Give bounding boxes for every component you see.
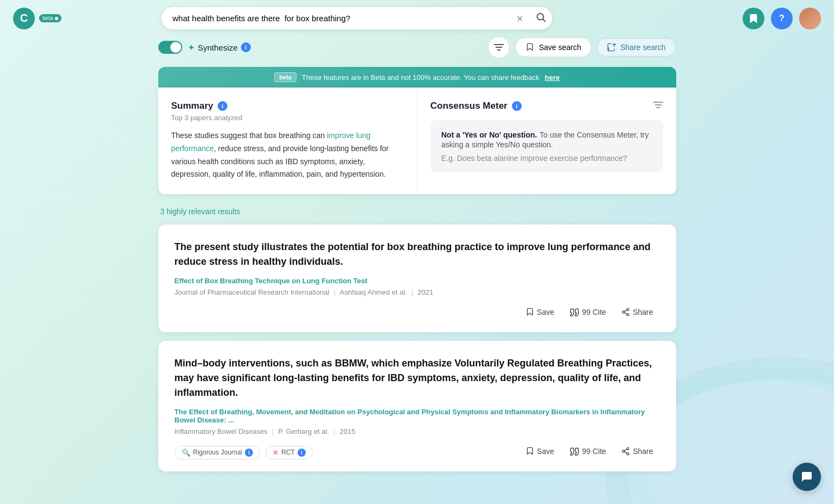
- summary-info-icon[interactable]: i: [218, 101, 227, 111]
- beta-dot-icon: [55, 17, 58, 20]
- share-icon-1: [621, 308, 630, 316]
- logo-icon: C: [13, 8, 35, 29]
- cite-button-1[interactable]: 99 Cite: [563, 304, 613, 320]
- cite-icon-2: [570, 447, 579, 456]
- svg-point-11: [627, 309, 629, 311]
- cite-icon-1: [570, 308, 579, 316]
- result-title-2: Mind–body interventions, such as BBMW, w…: [175, 356, 660, 400]
- save-button-1[interactable]: Save: [519, 304, 561, 320]
- result-paper-name-2[interactable]: The Effect of Breathing, Movement, and M…: [175, 408, 660, 424]
- consensus-example: E.g. Does beta alanine improve exercise …: [441, 154, 652, 163]
- consensus-panel: Consensus Meter i Not a 'Yes or No' ques…: [417, 88, 676, 194]
- filter-button[interactable]: [488, 36, 510, 58]
- svg-point-17: [622, 450, 625, 452]
- toolbar-row: ✦ Synthesize i Save search: [158, 36, 676, 58]
- save-button-2[interactable]: Save: [519, 443, 561, 459]
- banner-text: These features are in Beta and not 100% …: [302, 73, 540, 82]
- header-right: ?: [743, 8, 821, 29]
- synthesize-label: ✦ Synthesize i: [188, 42, 251, 53]
- logo-area: C beta: [13, 8, 61, 29]
- svg-point-18: [627, 453, 629, 455]
- share-button-2[interactable]: Share: [615, 444, 659, 459]
- search-clear-button[interactable]: ✕: [514, 11, 526, 26]
- search-submit-button[interactable]: [535, 11, 546, 25]
- not-yes-no-title: Not a 'Yes or No' question.: [441, 130, 537, 139]
- share-search-button[interactable]: Share search: [597, 38, 676, 57]
- chat-bubble-button[interactable]: [793, 463, 821, 491]
- result-card: The present study illustrates the potent…: [158, 225, 676, 332]
- result-meta-1: Journal of Pharmaceutical Research Inter…: [175, 288, 660, 296]
- avatar[interactable]: [799, 8, 821, 29]
- result-card-2: Mind–body interventions, such as BBMW, w…: [158, 341, 676, 471]
- result-badges-2: 🔍 Rigorous Journal i ✕ RCT i: [175, 446, 313, 459]
- result-authors-2: P. Gerbarg et al.: [278, 427, 329, 435]
- banner-link[interactable]: here: [545, 73, 559, 82]
- summary-title: Summary i: [171, 101, 404, 111]
- beta-badge: beta: [39, 14, 61, 22]
- synthesis-section: beta These features are in Beta and not …: [158, 67, 676, 194]
- consensus-info-icon[interactable]: i: [512, 101, 522, 111]
- card-bottom-row-2: 🔍 Rigorous Journal i ✕ RCT i Save: [175, 443, 660, 459]
- help-button[interactable]: ?: [771, 8, 793, 29]
- summary-text: These studies suggest that box breathing…: [171, 129, 404, 181]
- search-input[interactable]: [161, 7, 553, 30]
- svg-line-20: [625, 450, 627, 451]
- svg-point-16: [627, 448, 629, 450]
- result-year-1: 2021: [418, 288, 434, 296]
- summary-subtitle: Top 3 papers analyzed: [171, 114, 404, 122]
- summary-panel: Summary i Top 3 papers analyzed These st…: [158, 88, 418, 194]
- main-content: ✦ Synthesize i Save search: [145, 36, 689, 471]
- header: C beta ✕ ?: [0, 0, 834, 36]
- cite-button-2[interactable]: 99 Cite: [563, 444, 613, 459]
- consensus-title: Consensus Meter i: [430, 101, 663, 111]
- rigorous-journal-icon: 🔍: [182, 449, 190, 457]
- save-icon-2: [526, 446, 534, 456]
- result-year-2: 2015: [339, 427, 355, 435]
- svg-line-15: [625, 310, 627, 312]
- toggle-knob: [170, 42, 181, 53]
- synthesis-card: Summary i Top 3 papers analyzed These st…: [158, 88, 676, 194]
- synthesize-area: ✦ Synthesize i: [158, 41, 251, 54]
- results-count: 3 highly relevant results: [158, 207, 676, 216]
- toolbar-buttons: Save search Share search: [488, 36, 676, 58]
- result-journal-1: Journal of Pharmaceutical Research Inter…: [175, 288, 330, 296]
- save-search-button[interactable]: Save search: [515, 38, 591, 57]
- synthesize-toggle[interactable]: [158, 41, 182, 54]
- rigorous-journal-info-icon[interactable]: i: [245, 449, 253, 457]
- rct-info-icon[interactable]: i: [298, 449, 306, 457]
- svg-point-13: [627, 314, 629, 316]
- result-journal-2: Inflammatory Bowel Diseases: [175, 427, 268, 435]
- bookmark-button[interactable]: [743, 8, 764, 29]
- save-icon-1: [526, 307, 534, 317]
- rct-icon: ✕: [273, 449, 279, 457]
- chat-bubble-icon: [800, 470, 813, 483]
- result-meta-2: Inflammatory Bowel Diseases | P. Gerbarg…: [175, 427, 660, 435]
- svg-line-19: [625, 452, 627, 453]
- svg-line-14: [625, 313, 627, 314]
- beta-tag: beta: [274, 72, 296, 82]
- svg-point-12: [622, 311, 625, 313]
- svg-point-2: [537, 13, 543, 20]
- result-authors-1: Ashfaaq Ahmed et al.: [340, 288, 407, 296]
- consensus-message-box: Not a 'Yes or No' question. To use the C…: [430, 120, 663, 172]
- avatar-image: [799, 8, 821, 29]
- svg-line-3: [543, 19, 546, 22]
- consensus-menu-icon[interactable]: [653, 101, 663, 111]
- rigorous-journal-badge[interactable]: 🔍 Rigorous Journal i: [175, 446, 261, 459]
- result-actions-2: Save 99 Cite: [519, 443, 660, 459]
- sparkle-icon: ✦: [188, 42, 195, 53]
- share-button-1[interactable]: Share: [615, 304, 659, 320]
- search-bar-container: ✕: [161, 7, 553, 30]
- result-title-1: The present study illustrates the potent…: [175, 240, 660, 269]
- rct-badge[interactable]: ✕ RCT i: [265, 446, 313, 459]
- beta-banner: beta These features are in Beta and not …: [158, 67, 676, 88]
- synthesize-info-icon[interactable]: i: [241, 42, 251, 52]
- share-icon-2: [621, 447, 630, 456]
- result-actions-1: Save 99 Cite Share: [175, 304, 660, 320]
- result-paper-name-1[interactable]: Effect of Box Breathing Technique on Lun…: [175, 277, 660, 285]
